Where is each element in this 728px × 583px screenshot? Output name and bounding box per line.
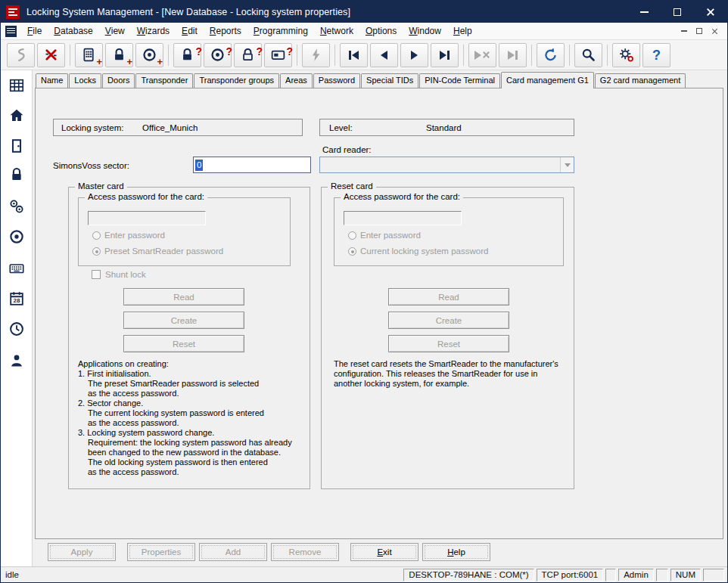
master-enter-password-radio[interactable]	[92, 231, 101, 240]
toolbar-button-last-record[interactable]	[431, 43, 459, 67]
menu-edit[interactable]: Edit	[176, 23, 204, 39]
status-bar: idle DESKTOP-789HANE : COM(*) TCP port:6…	[1, 566, 727, 582]
mdi-restore-button[interactable]	[696, 28, 702, 34]
add-pin-code-terminal-icon: +	[81, 47, 97, 63]
toolbar-button-help[interactable]: ?	[642, 43, 670, 67]
toolbar-button-search[interactable]	[574, 43, 602, 67]
reset-create-button[interactable]: Create	[388, 312, 509, 329]
master-preset-password-radio[interactable]	[92, 247, 101, 256]
sidebar-clock-icon[interactable]	[8, 320, 26, 338]
reset-password-input[interactable]	[344, 211, 462, 225]
tab-special-tids[interactable]: Special TIDs	[361, 73, 418, 88]
sidebar-keyboard-icon[interactable]	[8, 259, 26, 278]
master-access-password-group: Access password for the card: Enter pass…	[78, 197, 291, 266]
status-admin: Admin	[618, 569, 654, 581]
tab-name[interactable]: Name	[36, 73, 68, 88]
mdi-close-button[interactable]	[711, 28, 718, 35]
toolbar-button-read-lock[interactable]: ?	[173, 43, 201, 67]
menu-file[interactable]: File	[21, 23, 48, 39]
sector-value: 0	[195, 160, 203, 171]
menu-reports[interactable]: Reports	[204, 23, 247, 39]
reset-read-button[interactable]: Read	[388, 288, 509, 305]
tab-transponder[interactable]: Transponder	[135, 73, 193, 88]
add-button[interactable]: Add	[199, 543, 267, 561]
master-card-info-text: Applications on creating: 1. First initi…	[78, 359, 305, 477]
master-create-button[interactable]: Create	[123, 312, 244, 329]
menu-wizards[interactable]: Wizards	[131, 23, 176, 39]
help-icon: ?	[652, 48, 661, 62]
toolbar-button-refresh[interactable]	[537, 43, 565, 67]
card-reader-select[interactable]	[319, 157, 574, 173]
toolbar-button-read-card[interactable]: ?	[264, 43, 292, 67]
master-card-group: Master card Access password for the card…	[68, 187, 310, 489]
close-button[interactable]	[694, 1, 727, 23]
menu-window[interactable]: Window	[403, 23, 447, 39]
shunt-lock-checkbox[interactable]	[92, 270, 101, 279]
status-tcp-port: TCP port:6001	[537, 569, 604, 581]
sidebar-calendar-icon[interactable]: 28	[8, 290, 26, 308]
toolbar-button-options[interactable]	[612, 43, 640, 67]
maximize-button[interactable]	[661, 1, 694, 23]
menu-programming[interactable]: Programming	[247, 23, 314, 39]
menu-view[interactable]: View	[99, 23, 131, 39]
tab-pin-code-terminal[interactable]: PIN-Code Terminal	[419, 73, 500, 88]
help-button[interactable]: Help	[422, 543, 490, 561]
toolbar-button-first-record[interactable]	[340, 43, 368, 67]
tab-card-management-g1[interactable]: Card management G1	[501, 72, 594, 88]
toolbar-button-add-lock[interactable]: +	[105, 43, 133, 67]
menu-bar: File Database View Wizards Edit Reports …	[1, 23, 727, 40]
sidebar-transponder-icon[interactable]	[8, 228, 26, 246]
toolbar-button-last-deactivated[interactable]	[499, 43, 527, 67]
toolbar-button-add-transponder[interactable]: +	[135, 43, 163, 67]
menu-help[interactable]: Help	[447, 23, 478, 39]
sidebar-door-icon[interactable]	[8, 137, 26, 155]
toolbar-button-previous-record[interactable]	[370, 43, 398, 67]
reset-current-password-radio[interactable]	[348, 247, 356, 256]
properties-button[interactable]: Properties	[127, 543, 195, 561]
reset-current-password-label: Current locking system password	[360, 247, 488, 256]
sidebar-matrix-icon[interactable]	[8, 76, 26, 95]
disconnect-icon	[43, 47, 59, 63]
reset-enter-password-radio[interactable]	[348, 231, 356, 240]
tab-doors[interactable]: Doors	[102, 73, 135, 88]
menu-options[interactable]: Options	[359, 23, 403, 39]
master-password-input[interactable]	[88, 211, 206, 225]
transmit-icon	[13, 47, 29, 63]
toolbar-button-disconnect[interactable]	[37, 43, 65, 67]
toolbar-button-read-lock-g2[interactable]: ?	[234, 43, 262, 67]
sidebar-home-icon[interactable]	[8, 107, 26, 125]
reset-reset-button[interactable]: Reset	[388, 335, 509, 352]
toolbar-button-next-record[interactable]	[400, 43, 428, 67]
menu-database[interactable]: Database	[48, 23, 98, 39]
toolbar-button-next-deactivated[interactable]	[468, 43, 496, 67]
tab-locks[interactable]: Locks	[69, 73, 101, 88]
remove-button[interactable]: Remove	[271, 543, 339, 561]
toolbar-button-transmit[interactable]	[7, 43, 35, 67]
toolbar-button-read-transponder[interactable]: ?	[204, 43, 232, 67]
toolbar-button-add-pin-code-terminal[interactable]: +	[75, 43, 103, 67]
tab-password[interactable]: Password	[313, 73, 360, 88]
menu-network[interactable]: Network	[314, 23, 359, 39]
tab-g2-card-management[interactable]: G2 card management	[595, 73, 686, 88]
master-reset-button[interactable]: Reset	[123, 335, 244, 352]
master-preset-password-label: Preset SmartReader password	[104, 247, 223, 256]
master-read-button[interactable]: Read	[123, 288, 244, 305]
sector-input[interactable]: 0	[193, 157, 311, 173]
tab-transponder-groups[interactable]: Transponder groups	[194, 73, 279, 88]
mdi-minimize-button[interactable]	[681, 30, 687, 32]
minimize-icon	[640, 11, 649, 13]
toolbar-separator	[168, 45, 169, 66]
app-window: Locking System Management - [New Databas…	[0, 0, 728, 583]
sidebar-lock-icon[interactable]	[8, 166, 26, 184]
toolbar-button-program[interactable]	[302, 43, 330, 67]
apply-button[interactable]: Apply	[48, 543, 116, 561]
sidebar-user-icon[interactable]	[8, 352, 26, 370]
previous-record-icon	[381, 51, 387, 60]
combo-dropdown-button[interactable]	[560, 157, 574, 172]
minimize-button[interactable]	[627, 1, 661, 23]
sidebar-transponder-group-icon[interactable]	[8, 197, 26, 216]
tab-areas[interactable]: Areas	[280, 73, 313, 88]
maximize-icon	[674, 8, 681, 16]
exit-button[interactable]: Exit	[350, 543, 418, 561]
last-record-icon	[440, 51, 450, 60]
